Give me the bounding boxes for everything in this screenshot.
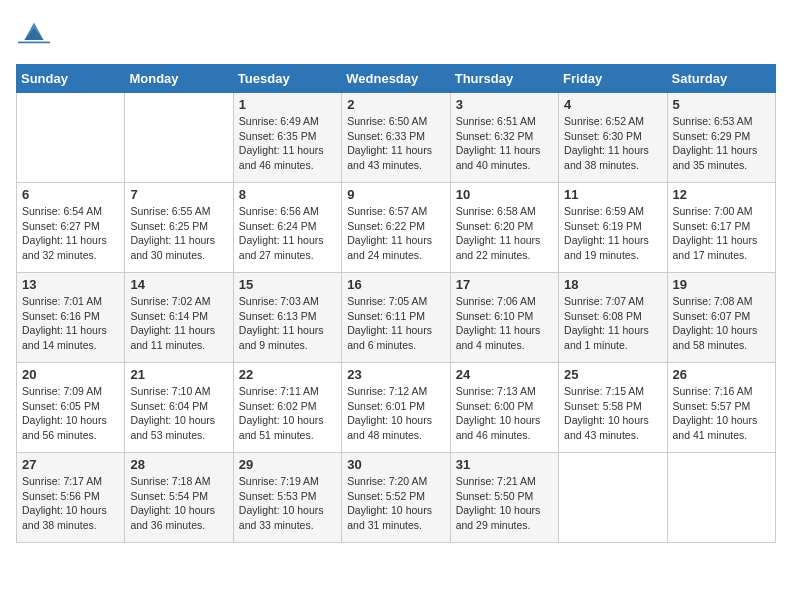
- day-info: Sunrise: 6:49 AM Sunset: 6:35 PM Dayligh…: [239, 114, 336, 173]
- weekday-header-monday: Monday: [125, 65, 233, 93]
- day-number: 8: [239, 187, 336, 202]
- day-number: 23: [347, 367, 444, 382]
- calendar-table: SundayMondayTuesdayWednesdayThursdayFrid…: [16, 64, 776, 543]
- calendar-cell: 17Sunrise: 7:06 AM Sunset: 6:10 PM Dayli…: [450, 273, 558, 363]
- day-info: Sunrise: 7:03 AM Sunset: 6:13 PM Dayligh…: [239, 294, 336, 353]
- calendar-cell: 23Sunrise: 7:12 AM Sunset: 6:01 PM Dayli…: [342, 363, 450, 453]
- day-number: 7: [130, 187, 227, 202]
- logo: [16, 16, 52, 52]
- calendar-cell: [667, 453, 775, 543]
- calendar-cell: 8Sunrise: 6:56 AM Sunset: 6:24 PM Daylig…: [233, 183, 341, 273]
- logo-icon: [18, 16, 50, 48]
- day-info: Sunrise: 7:16 AM Sunset: 5:57 PM Dayligh…: [673, 384, 770, 443]
- calendar-week-2: 6Sunrise: 6:54 AM Sunset: 6:27 PM Daylig…: [17, 183, 776, 273]
- day-info: Sunrise: 7:01 AM Sunset: 6:16 PM Dayligh…: [22, 294, 119, 353]
- calendar-cell: 9Sunrise: 6:57 AM Sunset: 6:22 PM Daylig…: [342, 183, 450, 273]
- day-info: Sunrise: 6:54 AM Sunset: 6:27 PM Dayligh…: [22, 204, 119, 263]
- weekday-header-wednesday: Wednesday: [342, 65, 450, 93]
- calendar-header: SundayMondayTuesdayWednesdayThursdayFrid…: [17, 65, 776, 93]
- calendar-cell: 4Sunrise: 6:52 AM Sunset: 6:30 PM Daylig…: [559, 93, 667, 183]
- calendar-week-4: 20Sunrise: 7:09 AM Sunset: 6:05 PM Dayli…: [17, 363, 776, 453]
- calendar-cell: [17, 93, 125, 183]
- day-info: Sunrise: 7:18 AM Sunset: 5:54 PM Dayligh…: [130, 474, 227, 533]
- day-info: Sunrise: 7:17 AM Sunset: 5:56 PM Dayligh…: [22, 474, 119, 533]
- day-number: 20: [22, 367, 119, 382]
- calendar-cell: 5Sunrise: 6:53 AM Sunset: 6:29 PM Daylig…: [667, 93, 775, 183]
- svg-rect-2: [18, 42, 50, 44]
- weekday-header-thursday: Thursday: [450, 65, 558, 93]
- calendar-cell: 25Sunrise: 7:15 AM Sunset: 5:58 PM Dayli…: [559, 363, 667, 453]
- day-info: Sunrise: 6:58 AM Sunset: 6:20 PM Dayligh…: [456, 204, 553, 263]
- calendar-cell: 15Sunrise: 7:03 AM Sunset: 6:13 PM Dayli…: [233, 273, 341, 363]
- day-number: 12: [673, 187, 770, 202]
- calendar-cell: 14Sunrise: 7:02 AM Sunset: 6:14 PM Dayli…: [125, 273, 233, 363]
- day-info: Sunrise: 7:09 AM Sunset: 6:05 PM Dayligh…: [22, 384, 119, 443]
- day-number: 28: [130, 457, 227, 472]
- calendar-cell: 21Sunrise: 7:10 AM Sunset: 6:04 PM Dayli…: [125, 363, 233, 453]
- calendar-week-1: 1Sunrise: 6:49 AM Sunset: 6:35 PM Daylig…: [17, 93, 776, 183]
- day-info: Sunrise: 7:08 AM Sunset: 6:07 PM Dayligh…: [673, 294, 770, 353]
- day-number: 25: [564, 367, 661, 382]
- day-info: Sunrise: 6:50 AM Sunset: 6:33 PM Dayligh…: [347, 114, 444, 173]
- day-info: Sunrise: 6:55 AM Sunset: 6:25 PM Dayligh…: [130, 204, 227, 263]
- svg-marker-1: [24, 28, 43, 40]
- calendar-week-5: 27Sunrise: 7:17 AM Sunset: 5:56 PM Dayli…: [17, 453, 776, 543]
- day-number: 18: [564, 277, 661, 292]
- calendar-cell: 12Sunrise: 7:00 AM Sunset: 6:17 PM Dayli…: [667, 183, 775, 273]
- day-number: 10: [456, 187, 553, 202]
- day-number: 22: [239, 367, 336, 382]
- calendar-cell: 31Sunrise: 7:21 AM Sunset: 5:50 PM Dayli…: [450, 453, 558, 543]
- day-number: 1: [239, 97, 336, 112]
- day-number: 11: [564, 187, 661, 202]
- day-number: 30: [347, 457, 444, 472]
- day-info: Sunrise: 6:52 AM Sunset: 6:30 PM Dayligh…: [564, 114, 661, 173]
- day-info: Sunrise: 7:12 AM Sunset: 6:01 PM Dayligh…: [347, 384, 444, 443]
- day-number: 4: [564, 97, 661, 112]
- calendar-cell: 26Sunrise: 7:16 AM Sunset: 5:57 PM Dayli…: [667, 363, 775, 453]
- day-number: 24: [456, 367, 553, 382]
- day-info: Sunrise: 7:05 AM Sunset: 6:11 PM Dayligh…: [347, 294, 444, 353]
- calendar-cell: 18Sunrise: 7:07 AM Sunset: 6:08 PM Dayli…: [559, 273, 667, 363]
- calendar-cell: 22Sunrise: 7:11 AM Sunset: 6:02 PM Dayli…: [233, 363, 341, 453]
- page-header: [16, 16, 776, 52]
- day-number: 2: [347, 97, 444, 112]
- day-number: 14: [130, 277, 227, 292]
- calendar-cell: 16Sunrise: 7:05 AM Sunset: 6:11 PM Dayli…: [342, 273, 450, 363]
- day-info: Sunrise: 6:57 AM Sunset: 6:22 PM Dayligh…: [347, 204, 444, 263]
- day-number: 16: [347, 277, 444, 292]
- calendar-cell: 27Sunrise: 7:17 AM Sunset: 5:56 PM Dayli…: [17, 453, 125, 543]
- weekday-header-tuesday: Tuesday: [233, 65, 341, 93]
- weekday-header-row: SundayMondayTuesdayWednesdayThursdayFrid…: [17, 65, 776, 93]
- day-info: Sunrise: 7:06 AM Sunset: 6:10 PM Dayligh…: [456, 294, 553, 353]
- calendar-cell: 7Sunrise: 6:55 AM Sunset: 6:25 PM Daylig…: [125, 183, 233, 273]
- day-info: Sunrise: 6:53 AM Sunset: 6:29 PM Dayligh…: [673, 114, 770, 173]
- day-info: Sunrise: 7:13 AM Sunset: 6:00 PM Dayligh…: [456, 384, 553, 443]
- calendar-cell: 13Sunrise: 7:01 AM Sunset: 6:16 PM Dayli…: [17, 273, 125, 363]
- calendar-cell: 1Sunrise: 6:49 AM Sunset: 6:35 PM Daylig…: [233, 93, 341, 183]
- calendar-cell: 2Sunrise: 6:50 AM Sunset: 6:33 PM Daylig…: [342, 93, 450, 183]
- day-number: 27: [22, 457, 119, 472]
- day-info: Sunrise: 7:20 AM Sunset: 5:52 PM Dayligh…: [347, 474, 444, 533]
- day-info: Sunrise: 7:21 AM Sunset: 5:50 PM Dayligh…: [456, 474, 553, 533]
- day-info: Sunrise: 6:59 AM Sunset: 6:19 PM Dayligh…: [564, 204, 661, 263]
- day-info: Sunrise: 7:19 AM Sunset: 5:53 PM Dayligh…: [239, 474, 336, 533]
- calendar-cell: 19Sunrise: 7:08 AM Sunset: 6:07 PM Dayli…: [667, 273, 775, 363]
- day-number: 17: [456, 277, 553, 292]
- weekday-header-sunday: Sunday: [17, 65, 125, 93]
- calendar-week-3: 13Sunrise: 7:01 AM Sunset: 6:16 PM Dayli…: [17, 273, 776, 363]
- day-number: 19: [673, 277, 770, 292]
- calendar-cell: 6Sunrise: 6:54 AM Sunset: 6:27 PM Daylig…: [17, 183, 125, 273]
- calendar-cell: [559, 453, 667, 543]
- calendar-cell: 20Sunrise: 7:09 AM Sunset: 6:05 PM Dayli…: [17, 363, 125, 453]
- day-number: 6: [22, 187, 119, 202]
- day-number: 5: [673, 97, 770, 112]
- calendar-cell: 3Sunrise: 6:51 AM Sunset: 6:32 PM Daylig…: [450, 93, 558, 183]
- day-number: 9: [347, 187, 444, 202]
- day-number: 26: [673, 367, 770, 382]
- weekday-header-saturday: Saturday: [667, 65, 775, 93]
- calendar-cell: 11Sunrise: 6:59 AM Sunset: 6:19 PM Dayli…: [559, 183, 667, 273]
- calendar-cell: 10Sunrise: 6:58 AM Sunset: 6:20 PM Dayli…: [450, 183, 558, 273]
- calendar-cell: [125, 93, 233, 183]
- day-info: Sunrise: 6:51 AM Sunset: 6:32 PM Dayligh…: [456, 114, 553, 173]
- day-info: Sunrise: 7:10 AM Sunset: 6:04 PM Dayligh…: [130, 384, 227, 443]
